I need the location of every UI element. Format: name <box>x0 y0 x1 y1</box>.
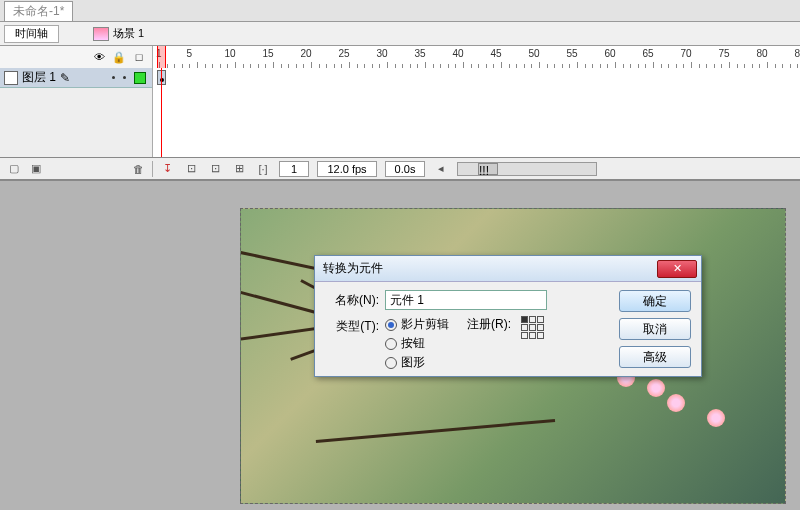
cancel-button[interactable]: 取消 <box>619 318 691 340</box>
new-folder-icon[interactable]: ▣ <box>28 161 44 177</box>
close-button[interactable]: ✕ <box>657 260 697 278</box>
radio-movieclip[interactable]: 影片剪辑 <box>385 316 449 333</box>
registration-label: 注册(R): <box>467 316 511 333</box>
symbol-name-input[interactable] <box>385 290 547 310</box>
radio-button[interactable]: 按钮 <box>385 335 449 352</box>
onion-skin-icon[interactable]: ⊡ <box>183 161 199 177</box>
visibility-dot[interactable] <box>112 76 115 79</box>
fps-field[interactable]: 12.0 fps <box>317 161 377 177</box>
file-tab[interactable]: 未命名-1* <box>4 1 73 21</box>
ok-button[interactable]: 确定 <box>619 290 691 312</box>
layer-row[interactable]: 图层 1 ✎ <box>0 68 800 88</box>
new-layer-icon[interactable]: ▢ <box>6 161 22 177</box>
file-tabs-bar: 未命名-1* <box>0 0 800 22</box>
edit-multiple-icon[interactable]: ⊞ <box>231 161 247 177</box>
trash-icon[interactable]: 🗑 <box>130 161 146 177</box>
pencil-icon: ✎ <box>60 71 70 85</box>
playhead[interactable] <box>157 46 166 68</box>
name-label: 名称(N): <box>325 290 379 309</box>
timeline-controls: ▢ ▣ 🗑 ↧ ⊡ ⊡ ⊞ [·] 1 12.0 fps 0.0s ◂ !!! <box>0 158 800 180</box>
lock-icon[interactable]: 🔒 <box>112 50 126 64</box>
eye-icon[interactable]: 👁 <box>92 50 106 64</box>
hscroll-thumb[interactable]: !!! <box>478 163 498 175</box>
tab-timeline[interactable]: 时间轴 <box>4 25 59 43</box>
outline-icon[interactable]: □ <box>132 50 146 64</box>
timeline-ruler[interactable]: 1510152025303540455055606570758085 <box>152 46 800 68</box>
registration-grid[interactable] <box>521 316 544 339</box>
outline-color[interactable] <box>134 72 146 84</box>
frames-track[interactable] <box>152 68 800 88</box>
timeline-panel: 👁 🔒 □ 1510152025303540455055606570758085… <box>0 46 800 181</box>
onion-markers-icon[interactable]: [·] <box>255 161 271 177</box>
type-label: 类型(T): <box>325 316 379 335</box>
goto-first-icon[interactable]: ↧ <box>159 161 175 177</box>
current-frame-field[interactable]: 1 <box>279 161 309 177</box>
advanced-button[interactable]: 高级 <box>619 346 691 368</box>
convert-to-symbol-dialog: 转换为元件 ✕ 名称(N): 类型(T): 影片剪辑 按钮 图形 注册(R): <box>314 255 702 377</box>
onion-outline-icon[interactable]: ⊡ <box>207 161 223 177</box>
secondary-tabs: 时间轴 场景 1 <box>0 22 800 46</box>
elapsed-time-field[interactable]: 0.0s <box>385 161 425 177</box>
layer-type-icon <box>4 71 18 85</box>
hscrollbar[interactable]: !!! <box>457 162 597 176</box>
dialog-titlebar[interactable]: 转换为元件 ✕ <box>315 256 701 282</box>
scene-label[interactable]: 场景 1 <box>65 26 144 41</box>
dialog-title: 转换为元件 <box>323 260 383 277</box>
radio-graphic[interactable]: 图形 <box>385 354 449 371</box>
scroll-left-icon[interactable]: ◂ <box>433 161 449 177</box>
lock-dot[interactable] <box>123 76 126 79</box>
layer-name: 图层 1 <box>22 69 56 86</box>
